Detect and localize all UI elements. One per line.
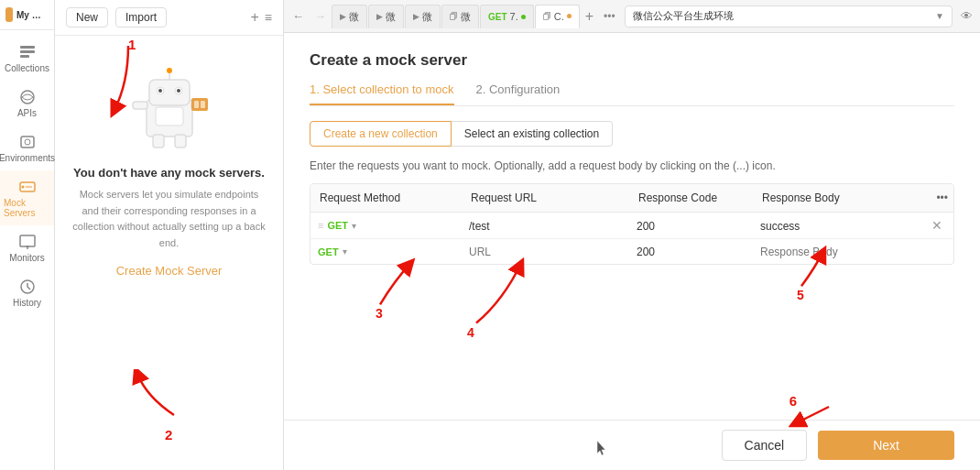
arrow-6: [783, 402, 838, 439]
workspace-title: My Workspace: [16, 10, 49, 20]
row1-close-cell: ✕: [920, 213, 953, 238]
row1-code-value: 200: [637, 220, 655, 233]
sidebar-item-mock-servers[interactable]: Mock Servers: [0, 170, 54, 225]
row1-body-value: success: [760, 220, 800, 233]
cursor-indicator: [595, 439, 608, 457]
environments-icon: [18, 133, 37, 151]
row2-body-input[interactable]: [760, 246, 913, 258]
wizard-step-2[interactable]: 2. Configuration: [476, 82, 561, 105]
tab-4-label: 微: [461, 10, 471, 24]
new-button[interactable]: New: [66, 7, 108, 27]
row2-method-chevron[interactable]: ▾: [343, 246, 347, 257]
mock-servers-icon: [18, 178, 37, 196]
row1-code-cell: 200: [629, 213, 753, 238]
row2-code-cell: 200: [629, 239, 753, 264]
tab-3-play-icon: ▶: [413, 12, 419, 21]
tab-5[interactable]: GET 7.: [480, 5, 534, 28]
collection-buttons: Create a new collection Select an existi…: [310, 121, 954, 147]
svg-point-3: [21, 91, 34, 104]
row1-body-cell: success: [753, 213, 920, 238]
create-mock-server-link[interactable]: Create Mock Server: [116, 264, 223, 278]
svg-rect-0: [20, 46, 35, 49]
tab-3-label: 微: [422, 10, 432, 24]
tab-new-button[interactable]: +: [581, 6, 598, 27]
tab-4-file-icon: 🗍: [450, 12, 458, 21]
header-method: Request Method: [310, 184, 462, 212]
svg-rect-2: [20, 55, 29, 58]
row1-method-cell: ≡ GET ▾: [310, 214, 462, 236]
add-icon[interactable]: +: [250, 9, 258, 26]
svg-rect-25: [156, 107, 183, 126]
sidebar-header: My Workspace: [0, 0, 54, 30]
svg-rect-24: [175, 135, 186, 148]
hint-text: Enter the requests you want to mock. Opt…: [310, 159, 954, 172]
row2-code-value: 200: [637, 246, 655, 258]
tab-6[interactable]: 🗍 C.: [535, 5, 580, 28]
row1-drag-handle: ≡: [318, 220, 323, 231]
svg-point-16: [158, 89, 162, 93]
history-icon: [18, 278, 37, 296]
tab-4[interactable]: 🗍 微: [441, 5, 479, 28]
svg-rect-23: [153, 135, 164, 148]
back-button[interactable]: ←: [288, 5, 309, 27]
url-dropdown-button[interactable]: ▼: [935, 11, 944, 21]
filter-icon[interactable]: ≡: [265, 9, 272, 26]
header-response-body: Response Body: [753, 184, 920, 212]
tab-6-file-icon: 🗍: [543, 12, 551, 21]
sidebar-item-environments[interactable]: Environments: [0, 126, 54, 170]
header-url: Request URL: [462, 184, 629, 212]
page-scroll: Create a mock server 1. Select collectio…: [284, 33, 980, 420]
wizard-step-1[interactable]: 1. Select collection to mock: [310, 82, 454, 105]
svg-rect-27: [194, 101, 199, 108]
svg-rect-14: [149, 80, 190, 105]
tab-6-dot: [567, 14, 572, 18]
sidebar-item-apis[interactable]: APIs: [0, 81, 54, 126]
row2-body-cell: [753, 239, 920, 264]
url-eye-button[interactable]: 👁: [957, 7, 976, 25]
row1-url-value: /test: [469, 220, 490, 233]
tab-2-label: 微: [386, 10, 396, 24]
svg-point-5: [25, 139, 30, 145]
next-button[interactable]: Next: [818, 431, 954, 460]
svg-text:4: 4: [467, 325, 474, 340]
main-content: ← → ▶ 微 ▶ 微 ▶ 微 🗍 微 GET 7. 🗍 C. +: [284, 0, 980, 470]
tab-3[interactable]: ▶ 微: [405, 5, 441, 28]
sidebar-item-history[interactable]: History: [0, 270, 54, 315]
workspace-icon: [5, 7, 13, 22]
svg-point-20: [167, 68, 172, 73]
arrow-2: [128, 369, 183, 424]
url-text: 微信公众平台生成环境: [633, 9, 935, 23]
sidebar: My Workspace Collections APIs Environmen…: [0, 0, 55, 470]
table-row-2: GET ▾ 200: [310, 239, 953, 264]
svg-rect-26: [191, 98, 208, 111]
import-button[interactable]: Import: [115, 7, 167, 27]
row2-method-value: GET: [318, 246, 339, 257]
row1-method-value: GET: [327, 220, 348, 231]
table-row-1: ≡ GET ▾ /test 200 success ✕: [310, 213, 953, 239]
monitors-icon: [18, 233, 37, 251]
select-existing-collection-button[interactable]: Select an existing collection: [452, 121, 613, 147]
no-servers-title: You don't have any mock servers.: [73, 166, 265, 180]
apis-icon: [18, 88, 37, 106]
tab-1[interactable]: ▶ 微: [332, 5, 367, 28]
cursor-svg: [595, 439, 608, 457]
forward-button[interactable]: →: [310, 5, 331, 27]
row1-url-cell: /test: [462, 213, 629, 238]
tab-2[interactable]: ▶ 微: [368, 5, 404, 28]
sidebar-item-monitors[interactable]: Monitors: [0, 225, 54, 270]
tab-more-button[interactable]: •••: [599, 8, 620, 25]
svg-rect-1: [20, 50, 35, 53]
more-options-icon[interactable]: •••: [936, 191, 948, 204]
svg-rect-4: [21, 137, 34, 148]
row1-method-chevron[interactable]: ▾: [352, 221, 356, 231]
svg-text:3: 3: [376, 306, 383, 321]
row1-close-button[interactable]: ✕: [930, 216, 944, 235]
page-body: Create a mock server 1. Select collectio…: [284, 33, 980, 470]
tab-1-label: 微: [349, 10, 359, 24]
row2-url-input[interactable]: [469, 246, 622, 258]
arrow-1: [110, 46, 147, 119]
create-new-collection-button[interactable]: Create a new collection: [310, 121, 452, 147]
sidebar-item-collections[interactable]: Collections: [0, 36, 54, 81]
header-response-code: Response Code: [629, 184, 753, 212]
page-footer: 6 Cancel Next: [284, 420, 980, 470]
